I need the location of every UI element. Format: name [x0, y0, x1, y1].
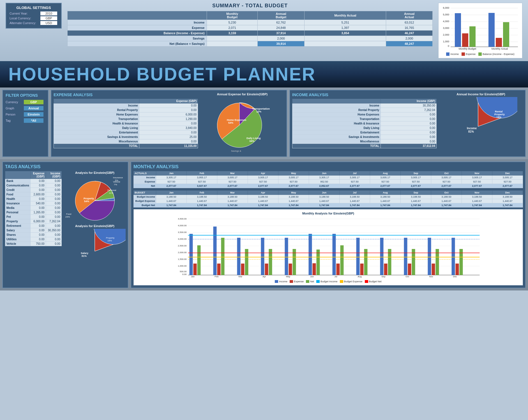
gs-year-value[interactable]: 2010: [40, 11, 57, 15]
summary-expense-row: Expense 2,071 24,848 1,397 16,765: [68, 25, 433, 31]
svg-rect-84: [356, 238, 360, 275]
filter-graph-label: Graph: [6, 107, 24, 110]
actuals-dec: Dec: [492, 171, 523, 176]
filter-person-value[interactable]: Einstein: [24, 112, 43, 117]
tags-pie1-svg: Property 54% Food 23% Personal 11% Vehic…: [64, 176, 126, 223]
income-row-value: 30,350.00: [381, 103, 436, 108]
summary-title: SUMMARY - TOTAL BUDGET: [67, 3, 433, 9]
net-ab: 39,914: [257, 41, 304, 47]
tag-row-label: Health: [5, 197, 31, 201]
bar-mb-expense: [462, 33, 468, 47]
svg-rect-76: [289, 264, 292, 275]
balance-row: Balance (Income - Expense) 3,159 37,914 …: [68, 31, 433, 36]
income-row-value: 0.00: [381, 112, 436, 117]
expense-row-label: Health & Insurance: [54, 121, 139, 126]
inc-col-label: [292, 99, 381, 103]
income-row-label: Miscellaneous: [292, 139, 381, 144]
bar-mb-income: [455, 13, 461, 47]
expense-row-value: 25.00: [139, 135, 198, 139]
tag-row-expense: 0.00: [31, 197, 46, 201]
expense-row: TOTAL11,155.00: [54, 144, 198, 148]
filter-graph-value[interactable]: Annual: [24, 106, 43, 110]
net-mb-empty: [207, 41, 257, 47]
filter-currency-label: Currency: [6, 100, 24, 104]
income-row: TOTAL37,612.04: [292, 144, 437, 148]
svg-text:4,000.00: 4,000.00: [178, 224, 187, 227]
svg-rect-97: [456, 264, 459, 275]
filter-currency-value[interactable]: GBP: [24, 100, 43, 104]
bar-ma-expense: [496, 38, 502, 47]
svg-text:Monthly Budget: Monthly Budget: [459, 47, 476, 50]
legend-income-dot: [275, 280, 278, 283]
actuals-label-header: ACTUALS: [134, 171, 156, 176]
budget-feb: Feb: [187, 191, 217, 195]
income-row-label: Health & Insurance: [292, 121, 381, 126]
gs-altcurrency-row: Alternate Currency: USD: [10, 21, 58, 25]
budget-cell: 3,188.50: [248, 195, 278, 199]
tag-row-expense: 0.00: [31, 228, 46, 233]
svg-rect-78: [309, 234, 312, 275]
income-ma: 5,251: [305, 20, 386, 25]
svg-text:3,500.00: 3,500.00: [178, 231, 187, 234]
income-row: Transportation0.00: [292, 117, 437, 121]
tags-content: Expense (GBP) Income (GBP) Bank0.000.00C…: [5, 171, 126, 275]
gs-currency-row: Local Currency: GBP: [10, 16, 58, 20]
tag-row-label: Salary: [5, 228, 31, 233]
tag-row-label: Media: [5, 206, 31, 210]
filter-options-title: FILTER OPTIONS: [6, 93, 45, 98]
tag-row: Retirement0.000.00: [5, 224, 62, 228]
svg-text:Monthly Actual: Monthly Actual: [492, 47, 508, 50]
actuals-oct: Oct: [431, 171, 462, 176]
tag-row-income: 0.00: [46, 224, 61, 228]
tag-row-label: Credit: [5, 188, 31, 192]
svg-text:Mar: Mar: [239, 275, 243, 278]
tag-row-income: 0.00: [46, 192, 61, 197]
tag-col-expense: Expense (GBP): [31, 171, 46, 179]
svg-text:Jun: Jun: [310, 275, 314, 278]
tag-row-income: 0.00: [46, 237, 61, 242]
filter-tag-value[interactable]: *All: [24, 118, 43, 123]
svg-text:Transportation: Transportation: [252, 107, 270, 110]
savings-row: Savings 2,000 2,000: [68, 36, 433, 41]
expense-row-label: Rental Property: [54, 108, 139, 112]
savings-label: Savings: [68, 36, 207, 41]
actuals-row: Income3,305.173,955.173,005.173,005.173,…: [134, 176, 523, 180]
income-row-value: 0.00: [381, 130, 436, 135]
svg-text:Jul: Jul: [334, 275, 337, 278]
tag-row-income: 0.00: [46, 242, 61, 246]
tag-row-label: Utilities: [5, 237, 31, 242]
actuals-cell: 2,077.67: [431, 184, 462, 188]
gs-currency-value[interactable]: GBP: [40, 16, 57, 20]
income-row-value: 37,612.04: [381, 144, 436, 148]
budget-cell: 3,188.50: [217, 195, 248, 199]
svg-rect-65: [197, 245, 201, 275]
tag-row-income: 0.00: [46, 183, 61, 188]
actuals-may: May: [278, 171, 309, 176]
svg-text:Insurance: Insurance: [113, 176, 123, 179]
summary-section: SUMMARY - TOTAL BUDGET MonthlyBudget Ann…: [67, 3, 433, 47]
actuals-cell: 927.50: [340, 180, 370, 184]
budget-cell: 1,440.67: [156, 199, 187, 203]
actuals-cell: 3,005.17: [217, 176, 248, 180]
budget-row-label: Budget Net: [134, 203, 156, 207]
tags-charts-wrap: Analysis for Einstein(GBP) Pr: [64, 171, 126, 275]
tag-row-income: 0.00: [46, 233, 61, 237]
gs-altcurrency-value[interactable]: USD: [40, 21, 57, 25]
savings-ab: 2,000: [257, 36, 304, 41]
svg-text:1,000.00: 1,000.00: [178, 265, 187, 267]
income-row-value: 0.00: [381, 139, 436, 144]
tag-row: Food2,600.000.00: [5, 192, 62, 197]
legend-balance-dot: [478, 52, 482, 56]
budget-label-header: BUDGET: [134, 191, 156, 195]
expense-row: Rental Property0.00: [54, 108, 198, 112]
income-row: Rental Property7,262.04: [292, 108, 437, 112]
budget-cell: 1,440.67: [401, 199, 431, 203]
tag-row-expense: 0.00: [31, 233, 46, 237]
svg-rect-80: [317, 250, 320, 275]
gs-year-row: Current Year: 2010: [10, 11, 58, 15]
filter-person-label: Person: [6, 113, 24, 116]
svg-rect-81: [333, 234, 336, 275]
balance-aa: 46,247: [386, 31, 433, 36]
tag-row: Communications0.000.00: [5, 183, 62, 188]
svg-text:Savings &: Savings &: [231, 150, 241, 152]
